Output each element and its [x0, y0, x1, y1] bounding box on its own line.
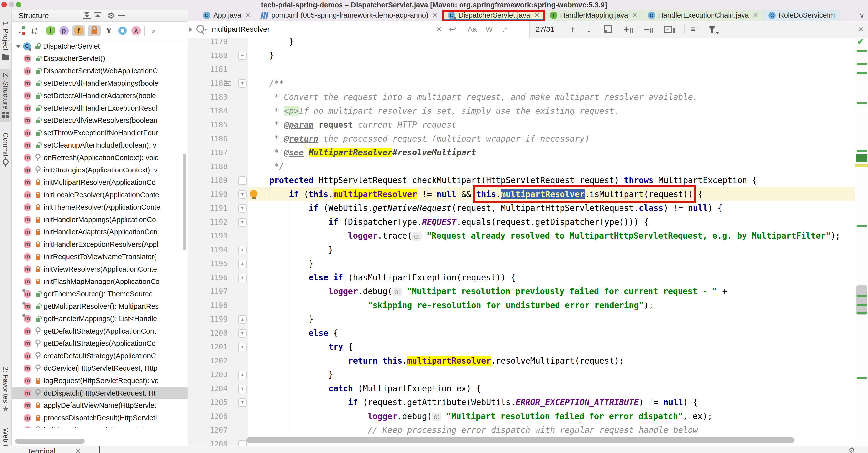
sort-by-visibility-icon[interactable]: ↓: [14, 25, 26, 36]
tree-item-getMultipartResolver[interactable]: mgetMultipartResolver(): MultipartRes: [12, 300, 188, 313]
line-number[interactable]: 1190: [188, 187, 228, 201]
tree-expand-arrow-icon[interactable]: [16, 44, 21, 48]
filter-search-icon[interactable]: [708, 21, 716, 38]
fold-marker-icon[interactable]: ▴: [238, 260, 247, 268]
fold-marker-icon[interactable]: −: [238, 52, 247, 60]
code-line[interactable]: else {: [249, 326, 338, 340]
structure-horizontal-scrollbar[interactable]: [15, 439, 85, 444]
sort-alphabetically-icon[interactable]: ↓az: [28, 25, 39, 36]
structure-root-row[interactable]: CDispatcherServlet: [12, 40, 188, 52]
stripe-match-tick[interactable]: [857, 312, 867, 314]
line-number[interactable]: 1180: [188, 48, 228, 62]
tree-item-processDispatchResult[interactable]: mprocessDispatchResult(HttpServletI: [12, 412, 188, 424]
line-number[interactable]: 1198: [188, 298, 228, 312]
code-line[interactable]: }: [249, 368, 333, 382]
line-number[interactable]: 1181: [188, 62, 228, 76]
code-line[interactable]: * @see MultipartResolver#resolveMultipar…: [249, 146, 476, 160]
search-icon[interactable]: [196, 25, 204, 33]
stripe-match-tick[interactable]: [857, 377, 867, 379]
line-number[interactable]: 1182: [188, 76, 228, 90]
newline-icon[interactable]: ↩: [449, 21, 456, 38]
tree-item-getDefaultStrategy[interactable]: mgetDefaultStrategy(ApplicationCont: [12, 325, 188, 337]
fold-marker-icon[interactable]: −: [238, 176, 247, 185]
code-line[interactable]: }: [249, 48, 274, 62]
stripe-match-tick[interactable]: [857, 72, 867, 74]
tab-App-java[interactable]: CApp.java✕: [198, 10, 256, 21]
tree-item-setCleanupAfterInclude[interactable]: msetCleanupAfterInclude(boolean): v: [12, 139, 188, 152]
line-number[interactable]: 1185: [188, 118, 228, 132]
line-number[interactable]: 1186: [188, 132, 228, 146]
expand-all-icon[interactable]: [83, 12, 91, 19]
line-number[interactable]: 1187: [188, 146, 228, 160]
tab-HandlerMapping-java[interactable]: IHandlerMapping.java✕: [545, 10, 643, 21]
gear-icon[interactable]: ⚙: [107, 12, 115, 19]
editor-vertical-scrollbar[interactable]: [856, 285, 867, 315]
inspections-ok-icon[interactable]: ✔: [857, 38, 864, 46]
code-line[interactable]: try {: [249, 340, 353, 354]
fold-marker-icon[interactable]: ▾: [238, 398, 247, 407]
tree-item-setThrowExceptionIfNoHandlerFour[interactable]: msetThrowExceptionIfNoHandlerFour: [12, 127, 188, 139]
line-number[interactable]: 1191: [188, 201, 228, 215]
code-line[interactable]: }: [249, 257, 313, 270]
fold-marker-icon[interactable]: ▾: [238, 204, 247, 213]
tree-item-getHandlerMappings[interactable]: mgetHandlerMappings(): List<Handle: [12, 313, 188, 325]
tree-item-initStrategies[interactable]: minitStrategies(ApplicationContext): v: [12, 164, 188, 176]
code-line[interactable]: catch (MultipartException ex) {: [249, 382, 481, 395]
previous-occurrence-icon[interactable]: ↑: [570, 21, 575, 38]
words-toggle[interactable]: W: [486, 21, 493, 38]
tab-close-icon[interactable]: ✕: [245, 11, 251, 19]
select-all-occurrences-icon[interactable]: [603, 21, 612, 38]
tree-item-DispatcherServlet[interactable]: mDispatcherServlet(): [12, 52, 188, 65]
line-number[interactable]: 1206: [188, 410, 228, 423]
toggle-selection-icon[interactable]: ✓: [664, 21, 675, 38]
line-number[interactable]: 1189: [188, 173, 228, 187]
fold-marker-icon[interactable]: ▴: [238, 371, 247, 379]
group-methods-icon[interactable]: Y: [103, 25, 114, 36]
code-editor[interactable]: 11791180−11811182▾1183118411851186118711…: [188, 38, 868, 446]
tree-item-logRequest[interactable]: mlogRequest(HttpServletRequest): vc: [12, 375, 188, 387]
tree-item-initRequestToViewNameTranslator[interactable]: minitRequestToViewNameTranslator(: [12, 251, 188, 263]
intention-bulb-icon[interactable]: [250, 190, 257, 197]
fold-marker-icon[interactable]: ▴: [238, 246, 247, 254]
tree-item-onRefresh[interactable]: monRefresh(ApplicationContext): voic: [12, 152, 188, 164]
find-expand-chevron-icon[interactable]: [189, 27, 192, 32]
line-number[interactable]: 1192: [188, 215, 228, 229]
line-number[interactable]: 1207: [188, 423, 228, 437]
clear-search-icon[interactable]: ✕: [436, 21, 442, 38]
fold-marker-icon[interactable]: ▾: [238, 273, 247, 282]
code-line[interactable]: }: [249, 312, 313, 326]
terminal-tab[interactable]: Terminal: [27, 447, 55, 453]
code-line[interactable]: if (WebUtils.getNativeRequest(request, M…: [249, 201, 722, 215]
stripe-match-tick[interactable]: [857, 102, 867, 104]
line-number[interactable]: 1197: [188, 285, 228, 298]
fold-marker-icon[interactable]: −: [238, 440, 247, 446]
line-number[interactable]: 1184: [188, 104, 228, 118]
line-number[interactable]: 1183: [188, 90, 228, 104]
line-number[interactable]: 1188: [188, 160, 228, 173]
code-line[interactable]: return this.multipartResolver.resolveMul…: [249, 354, 624, 368]
code-line[interactable]: logger.debug(o: "Multipart resolution pr…: [249, 285, 727, 298]
tab-close-icon[interactable]: ✕: [632, 11, 638, 19]
line-number[interactable]: 1204: [188, 382, 228, 395]
filter-lines-icon[interactable]: ≡I: [690, 21, 698, 38]
line-number[interactable]: 1199: [188, 312, 228, 326]
tree-item-doService[interactable]: mdoService(HttpServletRequest, Http: [12, 362, 188, 375]
next-occurrence-icon[interactable]: ↓: [587, 21, 591, 38]
code-line[interactable]: }: [249, 38, 294, 48]
line-number[interactable]: 1196: [188, 270, 228, 285]
settings-gear-icon[interactable]: ⚙: [848, 446, 855, 453]
tab-pom-xml-005-spring-framework-demo-aop-anno-[interactable]: pom.xml (005-spring-framework-demo-aop-a…: [256, 10, 443, 21]
hidden-tabs-chevron-icon[interactable]: ∨: [859, 11, 868, 20]
tree-item-initThemeResolver[interactable]: minitThemeResolver(ApplicationConte: [12, 201, 188, 214]
tree-item-initLocaleResolver[interactable]: minitLocaleResolver(ApplicationConte: [12, 189, 188, 201]
tree-item-buildLocaleContext[interactable]: mbuildLocaleContext(HttpServletReq: [12, 424, 188, 428]
collapse-all-icon[interactable]: [93, 12, 102, 19]
close-find-bar-icon[interactable]: ✕: [858, 21, 864, 38]
fold-marker-icon[interactable]: ▾: [238, 385, 247, 393]
terminal-close-icon[interactable]: ✕: [75, 447, 81, 453]
stripe-match-block[interactable]: [856, 154, 867, 162]
hide-panel-icon[interactable]: [118, 12, 126, 19]
code-line[interactable]: if (DispatcherType.REQUEST.equals(reques…: [249, 215, 649, 229]
line-number[interactable]: 1201: [188, 340, 228, 354]
fold-marker-icon[interactable]: ▴: [238, 315, 247, 324]
